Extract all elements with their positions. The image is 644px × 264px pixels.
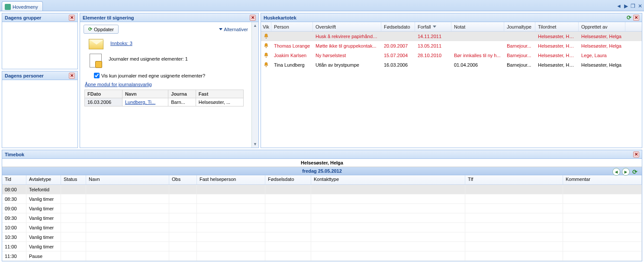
col-obs[interactable]: Obs	[169, 175, 197, 184]
col-fast[interactable]: Fast	[196, 90, 243, 98]
col-tlf[interactable]: Tlf	[465, 175, 563, 184]
scroll-down-icon[interactable]: ▼	[252, 141, 258, 148]
table-row[interactable]: 09:30Vanlig timer	[2, 213, 642, 223]
maximize-icon[interactable]: ❐	[631, 3, 635, 9]
table-row[interactable]: 16.03.2006Lundberg, Ti...Barn...Helsesøs…	[85, 98, 244, 106]
table-row[interactable]: 08:00Telefontid	[2, 185, 642, 194]
cell-tid: 10:30	[2, 232, 26, 241]
col-status[interactable]: Status	[61, 175, 86, 184]
col-avtaletype[interactable]: Avtaletype	[26, 175, 61, 184]
col-tid[interactable]: Tid	[2, 175, 26, 184]
cell-forfall: 14.11.2011	[415, 34, 451, 39]
cell-overskrift: Ny hørselstest	[313, 53, 381, 58]
cell-obs	[169, 194, 197, 203]
cell-fodselsdato: 16.03.2006	[381, 62, 415, 68]
cell-status	[61, 194, 86, 203]
col-kontakttype[interactable]: Kontakttype	[311, 175, 465, 184]
prev-day-button[interactable]: ◄	[612, 168, 620, 176]
col-navn[interactable]: Navn	[122, 90, 168, 98]
sort-desc-icon	[433, 26, 436, 28]
cell-fast	[197, 251, 265, 261]
panel-close-icon[interactable]: ✕	[69, 15, 75, 21]
cell-tilordnet: Helsesøster, Helga	[535, 53, 579, 58]
cell-avtaletype: Pause	[26, 251, 61, 261]
cell-avtaletype: Vanlig timer	[26, 194, 61, 203]
cell-tilordnet: Helsesøster, Helga	[535, 34, 579, 39]
col-kommentar[interactable]: Kommentar	[563, 175, 642, 184]
cell-fod	[265, 194, 311, 203]
col-fod[interactable]: Fødselsdato	[265, 175, 311, 184]
vis-kun-egne-checkbox[interactable]	[94, 73, 100, 78]
col-fast[interactable]: Fast helseperson	[197, 175, 265, 184]
table-row[interactable]: 08:30Vanlig timer	[2, 194, 642, 204]
next-day-button[interactable]: ►	[622, 168, 630, 176]
apne-modul-link[interactable]: Åpne modul for journalansvarlig	[85, 82, 152, 87]
alternativer-menu[interactable]: Alternativer	[219, 27, 248, 32]
cell-status	[61, 232, 86, 241]
table-row[interactable]: 10:30Vanlig timer	[2, 232, 642, 242]
scroll-up-icon[interactable]: ▲	[252, 22, 258, 29]
cell-status	[61, 242, 86, 251]
col-opprettet[interactable]: Opprettet av	[579, 22, 625, 31]
col-fodselsdato[interactable]: Fødselsdato	[381, 22, 415, 31]
cell-notat: 01.04.2006	[451, 62, 504, 68]
table-row[interactable]: 11:30Pause	[2, 251, 642, 261]
next-icon[interactable]: ▶	[624, 3, 628, 9]
cell-kommentar	[563, 251, 642, 261]
cell-fod	[265, 204, 311, 213]
panel-close-icon[interactable]: ✕	[69, 73, 75, 79]
cell-avtaletype: Telefontid	[26, 185, 61, 194]
col-navn[interactable]: Navn	[86, 175, 169, 184]
col-journaltype[interactable]: Journaltype	[504, 22, 535, 31]
cell-opprettet: Helsesøster, Helga	[579, 34, 625, 39]
cell-fod	[265, 223, 311, 232]
cell-navn	[86, 194, 169, 203]
cell-journaltype: Barnejour...	[504, 43, 535, 48]
table-row[interactable]: Tina LundbergUtlån av brystpumpe16.03.20…	[261, 60, 642, 70]
col-journa[interactable]: Journa	[168, 90, 196, 98]
col-notat[interactable]: Notat	[451, 22, 504, 31]
col-tilordnet[interactable]: Tilordnet	[535, 22, 579, 31]
refresh-icon: ⟳	[88, 26, 92, 32]
cell-fod	[265, 251, 311, 261]
panel-title: Elementer til signering	[83, 15, 134, 20]
panel-close-icon[interactable]: ✕	[250, 15, 256, 21]
table-row[interactable]: 10:00Vanlig timer	[2, 223, 642, 232]
cell-overskrift: Utlån av brystpumpe	[313, 62, 381, 68]
innboks-link[interactable]: Innboks: 3	[110, 41, 132, 46]
refresh-icon[interactable]: ⟳	[627, 14, 631, 21]
table-row[interactable]: Joakim KarlsenNy hørselstest15.07.200428…	[261, 51, 642, 60]
timebok-owner: Helsesøster, Helga	[2, 159, 642, 167]
cell-tilordnet: Helsesøster, Helga	[535, 62, 579, 68]
cell-person: Joakim Karlsen	[271, 53, 313, 58]
cell-tlf	[465, 232, 563, 241]
col-fdato[interactable]: FDato	[85, 90, 122, 98]
table-row[interactable]: 11:00Vanlig timer	[2, 242, 642, 251]
panel-close-icon[interactable]: ✕	[633, 151, 639, 158]
table-row[interactable]: 09:00Vanlig timer	[2, 204, 642, 213]
cell-kommentar	[563, 185, 642, 194]
cell-avtaletype: Vanlig timer	[26, 242, 61, 251]
panel-body	[2, 22, 77, 69]
oppdater-button[interactable]: ⟳ Oppdater	[84, 25, 119, 34]
cell-tlf	[465, 251, 563, 261]
cell-fast: Helsesøster, ...	[196, 98, 243, 106]
prev-icon[interactable]: ◄	[616, 3, 621, 9]
close-window-icon[interactable]: ✕	[638, 3, 642, 9]
scrollbar[interactable]: ▲ ▼	[251, 22, 258, 148]
tab-hovedmeny[interactable]: Hovedmeny	[2, 1, 43, 11]
panel-dagens-grupper: Dagens grupper ✕	[2, 13, 78, 69]
cell-navn[interactable]: Lundberg, Ti...	[122, 98, 168, 106]
col-overskrift[interactable]: Overskrift	[313, 22, 381, 31]
journal-lock-icon	[90, 54, 102, 68]
table-row[interactable]: Husk å rekvirere papirhåndk...14.11.2011…	[261, 32, 642, 41]
col-forfall[interactable]: Forfall	[415, 22, 451, 31]
col-person[interactable]: Person	[271, 22, 313, 31]
refresh-icon[interactable]: ⟳	[631, 168, 638, 176]
cell-kommentar	[563, 194, 642, 203]
cell-fast	[197, 242, 265, 251]
table-row[interactable]: Thomas LorangeMøtte ikke til gruppekonta…	[261, 41, 642, 51]
panel-close-icon[interactable]: ✕	[633, 15, 639, 21]
cell-opprettet: Helsesøster, Helga	[579, 62, 625, 68]
col-vik[interactable]: Vik	[261, 22, 271, 31]
